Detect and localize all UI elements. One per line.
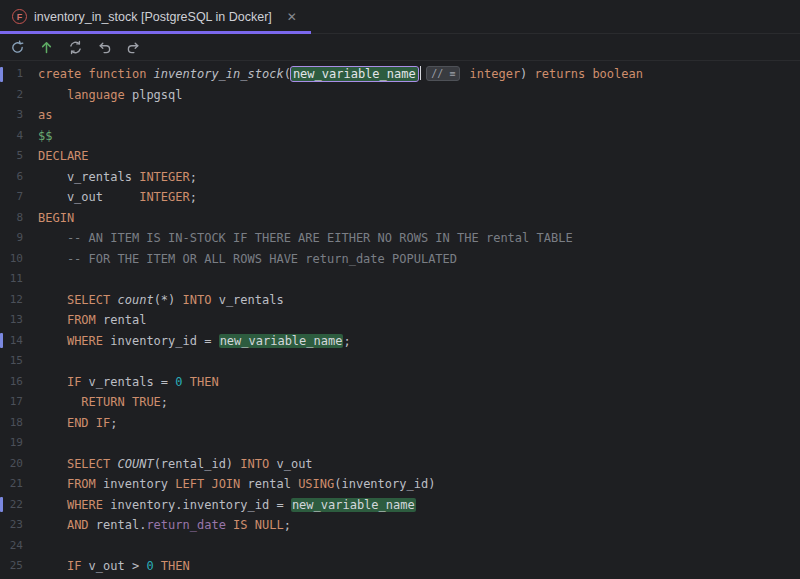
code-token: ; xyxy=(343,334,350,348)
code-token: rental xyxy=(240,477,298,491)
code-token: as xyxy=(38,108,52,122)
close-icon[interactable]: ✕ xyxy=(285,8,299,26)
code-line[interactable]: 11 xyxy=(0,269,800,290)
code-token: (rental_id) xyxy=(154,457,241,471)
code-line[interactable]: 25 IF v_out > 0 THEN xyxy=(0,556,800,577)
code-token: IF xyxy=(67,375,81,389)
code-line[interactable]: 14 WHERE inventory_id = new_variable_nam… xyxy=(0,331,800,352)
code-token: WHERE xyxy=(67,498,103,512)
code-line[interactable]: 21 FROM inventory LEFT JOIN rental USING… xyxy=(0,474,800,495)
undo-button[interactable] xyxy=(91,35,117,59)
code-token: v_out xyxy=(269,457,312,471)
sync-icon xyxy=(67,39,84,56)
line-highlight-marker xyxy=(0,497,3,512)
rerun-icon xyxy=(9,39,26,56)
line-number: 6 xyxy=(0,167,38,188)
code-text: -- FOR THE ITEM OR ALL ROWS HAVE return_… xyxy=(38,249,457,270)
code-line[interactable]: 15 xyxy=(0,351,800,372)
line-number: 14 xyxy=(0,331,38,352)
code-token: boolean xyxy=(592,67,643,81)
code-token: ; xyxy=(190,190,197,204)
code-editor[interactable]: 1create function inventory_in_stock(new_… xyxy=(0,61,800,577)
code-line[interactable]: 10 -- FOR THE ITEM OR ALL ROWS HAVE retu… xyxy=(0,249,800,270)
editor-tab-bar: F inventory_in_stock [PostgreSQL in Dock… xyxy=(0,0,800,34)
code-line[interactable]: 5DECLARE xyxy=(0,146,800,167)
code-token: (*) xyxy=(154,293,183,307)
code-token: (inventory_id) xyxy=(334,477,435,491)
line-number: 4 xyxy=(0,126,38,147)
sync-button[interactable] xyxy=(62,35,88,59)
code-token: return_date xyxy=(146,518,225,532)
code-token: INTEGER xyxy=(139,170,190,184)
line-number: 17 xyxy=(0,392,38,413)
line-number: 24 xyxy=(0,536,38,557)
line-number: 21 xyxy=(0,474,38,495)
code-line[interactable]: 13 FROM rental xyxy=(0,310,800,331)
code-token: FROM xyxy=(67,477,96,491)
line-highlight-marker xyxy=(0,67,3,82)
editor-tab[interactable]: F inventory_in_stock [PostgreSQL in Dock… xyxy=(0,0,311,33)
code-token: rental xyxy=(96,313,147,327)
code-text: AND rental.return_date IS NULL; xyxy=(38,515,291,536)
code-token xyxy=(38,518,67,532)
code-text: create function inventory_in_stock(new_v… xyxy=(38,64,643,85)
code-token: INTO xyxy=(240,457,269,471)
code-line[interactable]: 24 xyxy=(0,536,800,557)
code-line[interactable]: 9 -- AN ITEM IS IN-STOCK IF THERE ARE EI… xyxy=(0,228,800,249)
code-line[interactable]: 16 IF v_rentals = 0 THEN xyxy=(0,372,800,393)
line-highlight-marker xyxy=(0,333,3,348)
code-line[interactable]: 12 SELECT count(*) INTO v_rentals xyxy=(0,290,800,311)
line-number: 7 xyxy=(0,187,38,208)
code-line[interactable]: 19 xyxy=(0,433,800,454)
line-number: 12 xyxy=(0,290,38,311)
submit-icon xyxy=(38,39,55,56)
line-number: 2 xyxy=(0,85,38,106)
code-token: v_rentals xyxy=(211,293,283,307)
code-line[interactable]: 1create function inventory_in_stock(new_… xyxy=(0,64,800,85)
code-line[interactable]: 23 AND rental.return_date IS NULL; xyxy=(0,515,800,536)
rerun-button[interactable] xyxy=(4,35,30,59)
code-token xyxy=(38,395,81,409)
code-token: -- AN ITEM IS IN-STOCK IF THERE ARE EITH… xyxy=(38,231,573,245)
code-token: END IF xyxy=(67,416,110,430)
redo-button[interactable] xyxy=(120,35,146,59)
code-text: IF v_out > 0 THEN xyxy=(38,556,190,577)
code-token: THEN xyxy=(161,559,190,573)
code-token: v_out > xyxy=(81,559,146,573)
code-token: DECLARE xyxy=(38,149,89,163)
rename-active-usage[interactable]: new_variable_name xyxy=(291,67,418,81)
code-text: -- AN ITEM IS IN-STOCK IF THERE ARE EITH… xyxy=(38,228,573,249)
code-token: ; xyxy=(110,416,117,430)
code-token: ( xyxy=(284,67,291,81)
line-number: 5 xyxy=(0,146,38,167)
code-line[interactable]: 6 v_rentals INTEGER; xyxy=(0,167,800,188)
line-number: 9 xyxy=(0,228,38,249)
code-token: ) xyxy=(520,67,534,81)
code-token: FROM xyxy=(67,313,96,327)
code-line[interactable]: 17 RETURN TRUE; xyxy=(0,392,800,413)
code-token: -- FOR THE ITEM OR ALL ROWS HAVE return_… xyxy=(38,252,457,266)
code-line[interactable]: 4$$ xyxy=(0,126,800,147)
code-line[interactable]: 8BEGIN xyxy=(0,208,800,229)
rename-options-chip[interactable]: // ≡ xyxy=(426,66,460,81)
code-line[interactable]: 20 SELECT COUNT(rental_id) INTO v_out xyxy=(0,454,800,475)
code-line[interactable]: 2 language plpgsql xyxy=(0,85,800,106)
code-text: FROM inventory LEFT JOIN rental USING(in… xyxy=(38,474,435,495)
line-number: 20 xyxy=(0,454,38,475)
code-token: SELECT xyxy=(67,457,110,471)
code-line[interactable]: 3as xyxy=(0,105,800,126)
code-token: inventory_in_stock xyxy=(154,67,284,81)
code-token: inventory_id = xyxy=(103,334,219,348)
code-token: ; xyxy=(284,518,291,532)
code-line[interactable]: 22 WHERE inventory.inventory_id = new_va… xyxy=(0,495,800,516)
code-token: ; xyxy=(161,395,168,409)
code-token xyxy=(38,375,67,389)
code-text: END IF; xyxy=(38,413,118,434)
code-token xyxy=(110,293,117,307)
code-line[interactable]: 18 END IF; xyxy=(0,413,800,434)
code-line[interactable]: 7 v_out INTEGER; xyxy=(0,187,800,208)
submit-button[interactable] xyxy=(33,35,59,59)
code-token: COUNT xyxy=(118,457,154,471)
line-number: 3 xyxy=(0,105,38,126)
code-token xyxy=(38,559,67,573)
